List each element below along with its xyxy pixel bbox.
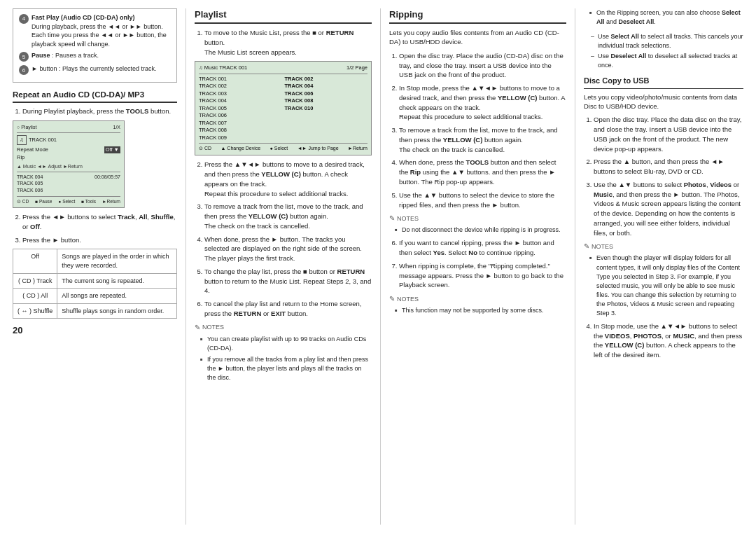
music-screen-header: ♫ Music TRACK 001 1/2 Page	[199, 64, 368, 74]
track-item: TRACK 007	[199, 120, 282, 127]
disc-copy-title: Disc Copy to USB	[584, 76, 743, 88]
repeat-screen-header: ○ Playlist 1/X	[17, 124, 120, 133]
ripping-note-1: Do not disconnect the device while rippi…	[395, 226, 566, 235]
repeat-mode-value: Off ▼	[104, 146, 120, 154]
info-text-5: Pause : Pauses a track.	[31, 51, 99, 60]
repeat-steps-2-3: Press the ◄► buttons to select Track, Al…	[13, 212, 177, 244]
music-screen-footer: ⊙ CD ▲ Change Device ● Select ◄► Jump to…	[199, 143, 368, 152]
track-item: TRACK 008	[199, 127, 282, 134]
repeat-steps: During Playlist playback, press the TOOL…	[13, 106, 177, 116]
music-track-list: TRACK 001 TRACK 002 TRACK 003 TRACK 004 …	[199, 76, 368, 142]
repeat-screen-tracks: TRACK 00400:08/05:57	[17, 172, 120, 181]
ripping-notes-list-1: Do not disconnect the device while rippi…	[389, 226, 566, 235]
note-item-1: You can create playlist with up to 99 tr…	[200, 335, 372, 353]
playlist-steps-2-6: Press the ▲▼◄► buttons to move to a desi…	[195, 160, 372, 318]
music-screen-title: ♫ Music TRACK 001	[199, 64, 247, 72]
rip-label: Rip	[17, 154, 120, 162]
ripping-step-2: In Stop mode, press the ▲▼◄► buttons to …	[399, 83, 566, 122]
repeat-mode-row: Repeat Mode Off ▼	[17, 146, 120, 154]
ripping-note-2: This function may not be supported by so…	[395, 306, 566, 315]
repeat-screen-page: 1/X	[113, 124, 120, 131]
playlist-step-3: To remove a track from the list, move to…	[204, 202, 372, 230]
disc-copy-notes-label: NOTES	[584, 242, 743, 251]
ripping-notes-list-2: This function may not be supported by so…	[389, 306, 566, 315]
disc-copy-step-1: Open the disc tray. Place the data disc …	[594, 115, 743, 153]
ripping-notes-1: NOTES Do not disconnect the device while…	[389, 214, 566, 235]
music-track-col-2: TRACK 002 TRACK 004 TRACK 006 TRACK 008 …	[285, 76, 368, 142]
repeat-mode-shuffle: ( ↔ ) Shuffle	[13, 303, 57, 319]
music-screen-mockup: ♫ Music TRACK 001 1/2 Page TRACK 001 TRA…	[195, 61, 372, 155]
info-row-6: 6 ► button : Plays the currently selecte…	[19, 64, 171, 75]
step-circle-4: 4	[19, 14, 29, 24]
note-item-2: If you remove all the tracks from a play…	[200, 355, 372, 382]
playlist-column: Playlist To move to the Music List, pres…	[186, 8, 381, 525]
repeat-mode-track: ( CD ) Track	[13, 273, 57, 289]
right-dash-1: Use Select All to select all tracks. Thi…	[591, 32, 743, 50]
repeat-step-3: Press the ► button.	[22, 235, 177, 245]
playlist-step-4: When done, press the ► button. The track…	[204, 235, 372, 263]
playlist-title: Playlist	[195, 8, 372, 24]
repeat-title: Repeat an Audio CD (CD-DA)/ MP3	[13, 90, 177, 103]
repeat-desc-shuffle: Shuffle plays songs in random order.	[57, 303, 177, 319]
ripping-title: Ripping	[389, 8, 566, 24]
info-box: 4 Fast Play (Audio CD (CD-DA) only) Duri…	[13, 8, 177, 83]
ripping-step-1: Open the disc tray. Place the audio (CD-…	[399, 51, 566, 80]
repeat-desc-track: The current song is repeated.	[57, 273, 177, 289]
disc-copy-note-1: Even though the player will display fold…	[589, 254, 743, 317]
playlist-step-6: To cancel the play list and return to th…	[204, 299, 372, 319]
music-screen-page: 1/2 Page	[346, 64, 368, 72]
ripping-step-7: When ripping is complete, the "Ripping c…	[399, 261, 566, 290]
repeat-step-2: Press the ◄► buttons to select Track, Al…	[22, 212, 177, 232]
page-number: 20	[13, 324, 177, 337]
repeat-row-all: ( CD ) All All songs are repeated.	[13, 289, 177, 304]
track-item-selected: TRACK 006	[285, 90, 368, 98]
repeat-mode-off: Off	[13, 249, 57, 273]
playlist-step-1: To move to the Music List, press the ■ o…	[204, 28, 372, 57]
notes-label-2: NOTES	[389, 294, 566, 304]
repeat-screen-more-tracks: TRACK 005 TRACK 006	[17, 180, 120, 194]
ripping-step-5: Use the ▲▼ buttons to select the device …	[399, 191, 566, 210]
playlist-steps: To move to the Music List, press the ■ o…	[195, 28, 372, 57]
ripping-step-6: If you want to cancel ripping, press the…	[399, 238, 566, 258]
playlist-step-1-sub: The Music List screen appears.	[204, 48, 297, 56]
repeat-screen-footer: ⊙ CD■ Pause● Select■ Tools►Return	[17, 196, 120, 205]
disc-copy-step-3: Use the ▲▼ buttons to select Photos, Vid…	[594, 180, 743, 238]
repeat-row-off: Off Songs are played in the order in whi…	[13, 249, 177, 273]
info-row-5: 5 Pause : Pauses a track.	[19, 51, 171, 62]
ripping-step-4: When done, press the TOOLS button and th…	[399, 158, 566, 186]
track-item-selected: TRACK 008	[285, 97, 368, 105]
track-item: TRACK 002	[199, 83, 282, 90]
ripping-steps-6-7: If you want to cancel ripping, press the…	[389, 238, 566, 290]
ripping-column: Ripping Lets you copy audio files conten…	[381, 8, 575, 525]
ripping-steps: Open the disc tray. Place the audio (CD-…	[389, 51, 566, 209]
repeat-mode-table: Off Songs are played in the order in whi…	[13, 249, 177, 319]
repeat-screen-track-label: TRACK 001	[29, 137, 57, 144]
info-row-4: 4 Fast Play (Audio CD (CD-DA) only) Duri…	[19, 13, 171, 48]
repeat-step-1: During Playlist playback, press the TOOL…	[22, 106, 177, 116]
notes-label: NOTES	[195, 323, 372, 333]
track-item: TRACK 004	[199, 97, 282, 105]
info-text-4: Fast Play (Audio CD (CD-DA) only) During…	[31, 13, 171, 48]
right-dash-list: Use Select All to select all tracks. Thi…	[584, 32, 743, 70]
repeat-desc-off: Songs are played in the order in which t…	[57, 249, 177, 273]
disc-copy-step-4: In Stop mode, use the ▲▼◄► buttons to se…	[594, 321, 743, 360]
repeat-screen-title: ○ Playlist	[17, 124, 36, 131]
repeat-section: Repeat an Audio CD (CD-DA)/ MP3 During P…	[13, 90, 177, 319]
repeat-screen-track-row: ♫ TRACK 001	[17, 135, 120, 145]
repeat-screen-mockup: ○ Playlist 1/X ♫ TRACK 001 Repeat Mode O…	[13, 120, 125, 208]
disc-copy-steps: Open the disc tray. Place the data disc …	[584, 115, 743, 237]
ripping-notes-2: NOTES This function may not be supported…	[389, 294, 566, 315]
right-dash-2: Use Deselect All to deselect all selecte…	[591, 52, 743, 70]
track-item: TRACK 006	[199, 112, 282, 120]
ripping-intro: Lets you copy audio files contents from …	[389, 28, 566, 47]
right-bullet-1: On the Ripping screen, you can also choo…	[589, 8, 743, 27]
track-icon: ♫	[17, 135, 27, 145]
disc-copy-notes: NOTES Even though the player will displa…	[584, 242, 743, 317]
notes-list: You can create playlist with up to 99 tr…	[195, 335, 372, 382]
playlist-step-2: Press the ▲▼◄► buttons to move to a desi…	[204, 160, 372, 198]
disc-copy-notes-list: Even though the player will display fold…	[584, 254, 743, 317]
disc-copy-step-4-list: In Stop mode, use the ▲▼◄► buttons to se…	[584, 321, 743, 360]
track-item-selected: TRACK 002	[285, 76, 368, 83]
repeat-mode-all: ( CD ) All	[13, 289, 57, 304]
disc-copy-step-2: Press the ▲ button, and then press the ◄…	[594, 157, 743, 176]
